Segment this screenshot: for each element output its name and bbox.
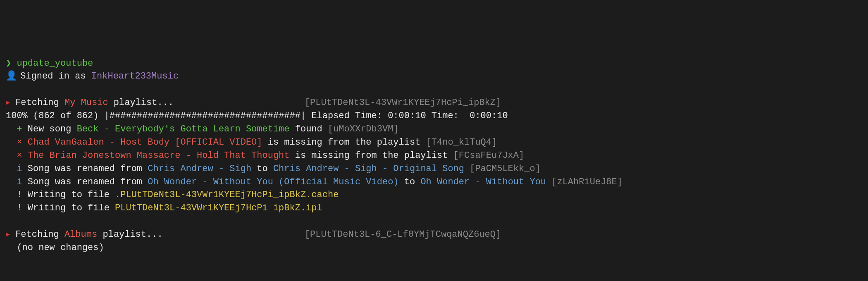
user-icon: 👤 bbox=[6, 70, 15, 83]
terminal-output: ❯ update_youtube 👤 Signed in as InkHeart… bbox=[6, 57, 862, 255]
